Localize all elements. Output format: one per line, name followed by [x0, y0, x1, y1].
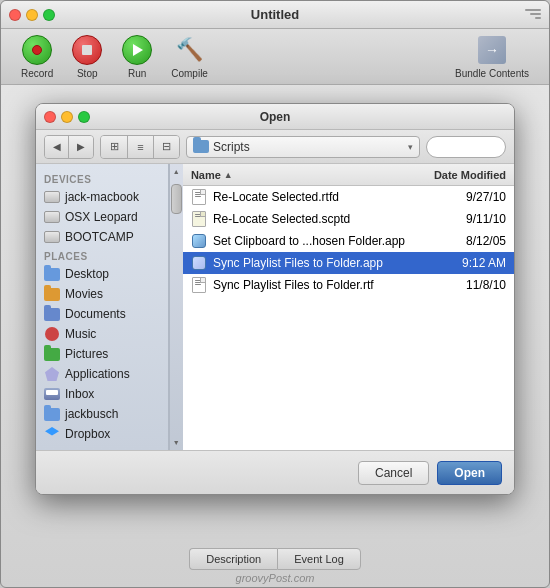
sidebar-item-desktop[interactable]: Desktop: [36, 264, 168, 284]
view-column-button[interactable]: ⊟: [153, 136, 179, 158]
devices-header: DEVICES: [36, 170, 168, 187]
stop-label: Stop: [77, 68, 98, 79]
table-row[interactable]: Sync Playlist Files to Folder.rtf 11/8/1…: [183, 274, 514, 296]
sidebar-item-osx-leopard[interactable]: OSX Leopard: [36, 207, 168, 227]
nav-forward-button[interactable]: ▶: [69, 136, 93, 158]
compile-button[interactable]: 🔨 Compile: [163, 30, 216, 83]
table-row[interactable]: Set Clipboard to ...hosen Folder.app 8/1…: [183, 230, 514, 252]
bundle-label: Bundle Contents: [455, 68, 529, 79]
file-name: Set Clipboard to ...hosen Folder.app: [213, 234, 405, 248]
watermark: groovyPost.com: [236, 572, 315, 584]
run-button[interactable]: Run: [113, 30, 161, 83]
folder-icon: [193, 140, 209, 153]
hdd-icon: [44, 189, 60, 205]
search-input[interactable]: [426, 136, 506, 158]
sort-arrow-icon: ▲: [224, 170, 233, 180]
file-name: Re-Locate Selected.scptd: [213, 212, 405, 226]
dialog-body: DEVICES jack-macbook OSX Leopard BOOTCAM…: [36, 164, 514, 450]
stop-button[interactable]: Stop: [63, 30, 111, 83]
sidebar-item-label: Music: [65, 327, 96, 341]
close-button[interactable]: [9, 9, 21, 21]
minimize-button[interactable]: [26, 9, 38, 21]
record-button[interactable]: Record: [13, 30, 61, 83]
run-label: Run: [128, 68, 146, 79]
compile-label: Compile: [171, 68, 208, 79]
sidebar-item-label: jackbusch: [65, 407, 118, 421]
file-name: Re-Locate Selected.rtfd: [213, 190, 405, 204]
nav-back-button[interactable]: ◀: [45, 136, 69, 158]
column-name-label: Name: [191, 169, 221, 181]
dialog-close-button[interactable]: [44, 111, 56, 123]
bundle-contents-button[interactable]: Bundle Contents: [447, 30, 537, 83]
sidebar-item-movies[interactable]: Movies: [36, 284, 168, 304]
hdd-icon: [44, 209, 60, 225]
run-icon: [121, 34, 153, 66]
scroll-up-arrow[interactable]: ▲: [171, 166, 182, 177]
sidebar-item-label: Desktop: [65, 267, 109, 281]
scroll-track: [171, 179, 182, 435]
sidebar-item-label: BOOTCAMP: [65, 230, 134, 244]
sidebar-scrollbar[interactable]: ▲ ▼: [169, 164, 183, 450]
file-date: 11/8/10: [411, 278, 506, 292]
table-row[interactable]: Re-Locate Selected.rtfd 9/27/10: [183, 186, 514, 208]
file-date: 9/27/10: [411, 190, 506, 204]
folder-apps-icon: [44, 366, 60, 382]
file-name: Sync Playlist Files to Folder.rtf: [213, 278, 405, 292]
dialog-footer: Cancel Open: [36, 450, 514, 494]
file-list: Re-Locate Selected.rtfd 9/27/10 Re-Locat…: [183, 186, 514, 450]
maximize-button[interactable]: [43, 9, 55, 21]
dialog-traffic-lights: [44, 111, 90, 123]
main-toolbar: Record Stop Run 🔨 Compile Bundle Content…: [1, 29, 549, 85]
view-icon-button[interactable]: ⊞: [101, 136, 127, 158]
open-button[interactable]: Open: [437, 461, 502, 485]
sidebar-item-applications[interactable]: Applications: [36, 364, 168, 384]
sidebar-item-documents[interactable]: Documents: [36, 304, 168, 324]
table-row[interactable]: Re-Locate Selected.scptd 9/11/10: [183, 208, 514, 230]
dialog-toolbar: ◀ ▶ ⊞ ≡ ⊟ Scripts ▾: [36, 130, 514, 164]
sidebar-item-label: Pictures: [65, 347, 108, 361]
main-title: Untitled: [251, 7, 299, 22]
tab-event-log[interactable]: Event Log: [277, 548, 361, 570]
open-dialog: Open ◀ ▶ ⊞ ≡ ⊟ Scripts ▾: [35, 103, 515, 495]
main-titlebar: Untitled: [1, 1, 549, 29]
file-rtf-icon: [191, 277, 207, 293]
folder-icon: [44, 266, 60, 282]
sidebar-item-jackbusch[interactable]: jackbusch: [36, 404, 168, 424]
view-list-button[interactable]: ≡: [127, 136, 153, 158]
places-header: PLACES: [36, 247, 168, 264]
record-label: Record: [21, 68, 53, 79]
main-window: Untitled Record Stop Run 🔨: [0, 0, 550, 588]
nav-buttons: ◀ ▶: [44, 135, 94, 159]
tab-description[interactable]: Description: [189, 548, 277, 570]
folder-docs-icon: [44, 306, 60, 322]
file-script-icon: [191, 211, 207, 227]
file-list-container: Name ▲ Date Modified: [183, 164, 514, 450]
sidebar-item-dropbox[interactable]: Dropbox: [36, 424, 168, 444]
dialog-minimize-button[interactable]: [61, 111, 73, 123]
file-date: 8/12/05: [411, 234, 506, 248]
record-icon: [21, 34, 53, 66]
sidebar-item-label: Dropbox: [65, 427, 110, 441]
sidebar-item-music[interactable]: Music: [36, 324, 168, 344]
sidebar-item-bootcamp[interactable]: BOOTCAMP: [36, 227, 168, 247]
inbox-icon: [44, 386, 60, 402]
scroll-thumb[interactable]: [171, 184, 182, 214]
file-app-icon: [191, 233, 207, 249]
dialog-title: Open: [260, 110, 291, 124]
dialog-maximize-button[interactable]: [78, 111, 90, 123]
sidebar-item-inbox[interactable]: Inbox: [36, 384, 168, 404]
sidebar-item-label: Inbox: [65, 387, 94, 401]
folder-movies-icon: [44, 286, 60, 302]
file-date: 9:12 AM: [411, 256, 506, 270]
location-select[interactable]: Scripts ▾: [186, 136, 420, 158]
folder-music-icon: [44, 326, 60, 342]
dialog-titlebar: Open: [36, 104, 514, 130]
sidebar-item-jack-macbook[interactable]: jack-macbook: [36, 187, 168, 207]
cancel-button[interactable]: Cancel: [358, 461, 429, 485]
hdd-icon: [44, 229, 60, 245]
chevron-down-icon: ▾: [408, 142, 413, 152]
sidebar-item-pictures[interactable]: Pictures: [36, 344, 168, 364]
sidebar-item-label: Movies: [65, 287, 103, 301]
table-row[interactable]: Sync Playlist Files to Folder.app 9:12 A…: [183, 252, 514, 274]
scroll-down-arrow[interactable]: ▼: [171, 437, 182, 448]
